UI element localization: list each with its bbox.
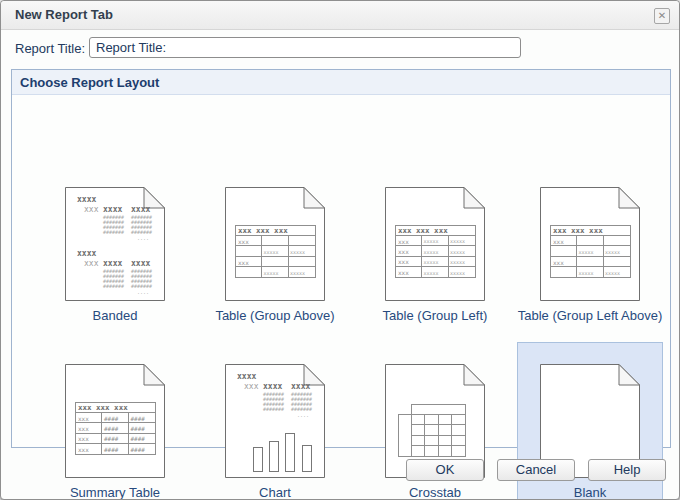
dialog-title: New Report Tab: [15, 7, 113, 22]
svg-text:#######: #######: [103, 229, 124, 235]
svg-text:xxx: xxx: [78, 435, 89, 442]
svg-text:####: ####: [104, 435, 119, 442]
close-icon[interactable]: ✕: [654, 8, 670, 24]
svg-text:xxx: xxx: [238, 259, 249, 266]
layout-tile-table-group-left[interactable]: xxx xxx xxx xxx xxxxxxxxxx xxx xxxxxxxxx…: [362, 166, 508, 330]
svg-text:....: ....: [137, 235, 149, 241]
layout-label: Crosstab: [409, 485, 461, 500]
svg-text:xxx xxx xxx: xxx xxx xxx: [78, 403, 128, 412]
table-group-above-icon: xxx xxx xxx xxx xxxxxxxxxx xxx xxxxxxxxx…: [225, 187, 325, 301]
svg-text:xxx: xxx: [244, 382, 259, 391]
report-title-row: Report Title:: [1, 31, 679, 65]
svg-text:xxxxx: xxxxx: [424, 270, 439, 276]
svg-text:xxxx: xxxx: [77, 195, 96, 204]
svg-text:xxxxx: xxxxx: [450, 238, 465, 244]
svg-text:xxx: xxx: [553, 238, 564, 245]
svg-text:xxxxx: xxxxx: [264, 249, 279, 255]
svg-text:xxx xxx xxx: xxx xxx xxx: [553, 226, 603, 235]
svg-text:xxxxx: xxxxx: [424, 259, 439, 265]
svg-text:xxx: xxx: [398, 258, 409, 265]
svg-text:xxx xxx xxx: xxx xxx xxx: [398, 226, 448, 235]
svg-text:xxxxx: xxxxx: [579, 249, 594, 255]
svg-text:xxx: xxx: [553, 259, 564, 266]
layout-label: Blank: [574, 485, 607, 500]
help-button[interactable]: Help: [588, 459, 666, 481]
svg-text:####: ####: [104, 446, 119, 453]
layout-tile-chart[interactable]: xxxx xxx xxxx xxxx ############## ######…: [202, 342, 348, 500]
svg-text:xxxx: xxxx: [103, 205, 122, 214]
choose-report-layout-group: Choose Report Layout xxxx xxx xxxx xxxx …: [11, 69, 671, 448]
report-title-label: Report Title:: [15, 41, 85, 56]
svg-text:#######: #######: [263, 406, 284, 412]
layout-label: Chart: [259, 485, 291, 500]
svg-text:xxx: xxx: [84, 259, 99, 268]
table-group-left-above-icon: xxx xxx xxx xxx xxxxxxxxxx xxx xxxxxxxxx…: [540, 187, 640, 301]
svg-text:####: ####: [131, 446, 146, 453]
svg-text:#######: #######: [103, 283, 124, 289]
svg-text:xxx: xxx: [84, 205, 99, 214]
svg-text:xxxxx: xxxxx: [450, 270, 465, 276]
svg-text:xxxxx: xxxxx: [290, 270, 305, 276]
layout-tile-table-group-left-above[interactable]: xxx xxx xxx xxx xxxxxxxxxx xxx xxxxxxxxx…: [517, 166, 663, 330]
svg-text:xxxx: xxxx: [131, 205, 150, 214]
svg-text:xxxxx: xxxxx: [605, 270, 620, 276]
svg-text:####: ####: [104, 415, 119, 422]
layout-label: Banded: [93, 308, 138, 326]
svg-text:xxx: xxx: [238, 238, 249, 245]
svg-text:xxxxx: xxxxx: [290, 249, 305, 255]
svg-text:xxxx: xxxx: [291, 382, 310, 391]
svg-text:xxx: xxx: [398, 238, 409, 245]
ok-button[interactable]: OK: [406, 459, 484, 481]
layout-tile-summary-table[interactable]: xxx xxx xxx xxx ######## xxx ######## xx…: [42, 342, 188, 500]
layout-label: Table (Group Above): [215, 308, 334, 326]
svg-text:xxxx: xxxx: [131, 259, 150, 268]
layout-label: Table (Group Left): [383, 308, 488, 326]
svg-text:####: ####: [131, 425, 146, 432]
svg-text:xxxx: xxxx: [237, 372, 256, 381]
svg-text:xxxx: xxxx: [263, 382, 282, 391]
summary-table-icon: xxx xxx xxx xxx ######## xxx ######## xx…: [65, 364, 165, 478]
table-group-left-icon: xxx xxx xxx xxx xxxxxxxxxx xxx xxxxxxxxx…: [385, 187, 485, 301]
svg-text:xxx: xxx: [78, 425, 89, 432]
layout-tile-banded[interactable]: xxxx xxx xxxx xxxx ############## ######…: [42, 166, 188, 330]
report-title-input[interactable]: [89, 37, 521, 58]
group-header: Choose Report Layout: [12, 70, 670, 95]
svg-text:xxxxx: xxxxx: [424, 249, 439, 255]
svg-text:....: ....: [137, 289, 149, 295]
svg-text:xxxxx: xxxxx: [579, 270, 594, 276]
banded-icon: xxxx xxx xxxx xxxx ############## ######…: [65, 187, 165, 301]
layout-tile-table-group-above[interactable]: xxx xxx xxx xxx xxxxxxxxxx xxx xxxxxxxxx…: [202, 166, 348, 330]
svg-text:xxx: xxx: [78, 415, 89, 422]
svg-text:xxxxx: xxxxx: [264, 270, 279, 276]
svg-text:xxx xxx xxx: xxx xxx xxx: [238, 226, 288, 235]
svg-text:xxxx: xxxx: [77, 249, 96, 258]
svg-text:xxx: xxx: [398, 269, 409, 276]
svg-text:####: ####: [104, 425, 119, 432]
layout-label: Summary Table: [70, 485, 160, 500]
svg-text:xxxxx: xxxxx: [424, 238, 439, 244]
chart-icon: xxxx xxx xxxx xxxx ############## ######…: [225, 364, 325, 478]
title-bar: New Report Tab ✕: [1, 1, 679, 30]
layout-label: Table (Group Left Above): [518, 308, 663, 326]
new-report-tab-dialog: New Report Tab ✕ Report Title: Choose Re…: [0, 0, 680, 500]
svg-text:xxx: xxx: [398, 248, 409, 255]
svg-text:####: ####: [131, 415, 146, 422]
svg-text:####: ####: [131, 435, 146, 442]
svg-text:xxxxx: xxxxx: [605, 249, 620, 255]
svg-text:xxxxx: xxxxx: [450, 249, 465, 255]
cancel-button[interactable]: Cancel: [497, 459, 575, 481]
svg-text:xxxx: xxxx: [103, 259, 122, 268]
svg-text:xxxxx: xxxxx: [450, 259, 465, 265]
svg-text:xxx: xxx: [78, 446, 89, 453]
svg-text:....: ....: [297, 412, 309, 418]
